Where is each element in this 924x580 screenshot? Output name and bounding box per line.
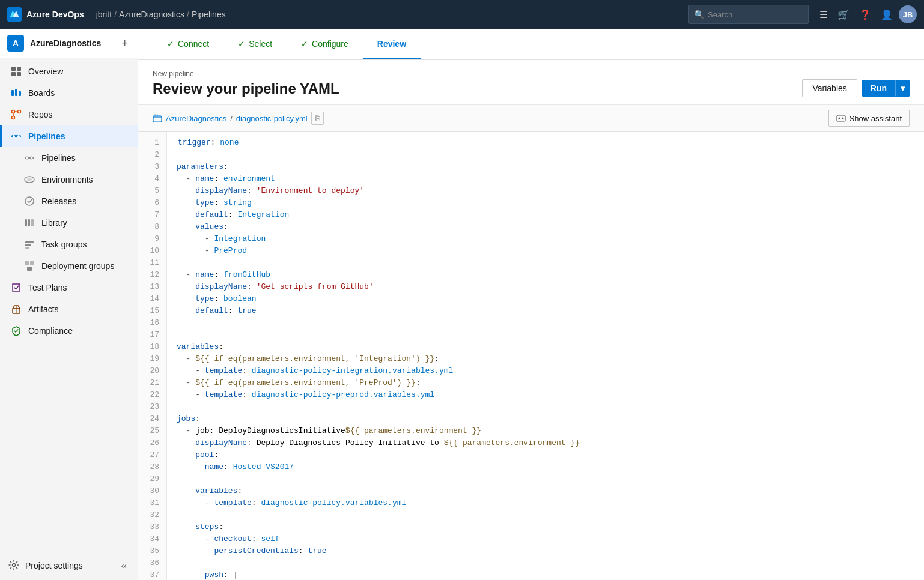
line-number: 26 [138,437,166,449]
app-name: Azure DevOps [26,10,84,19]
svg-rect-23 [28,219,30,226]
line-number: 33 [138,521,166,533]
line-number: 22 [138,389,166,401]
line-number: 23 [138,401,166,413]
svg-point-17 [26,157,28,159]
repos-icon [10,109,22,120]
check-icon: ✓ [301,39,308,49]
code-line[interactable]: displayName: 'Get scripts from GitHub' [177,281,924,293]
wizard-step-review[interactable]: Review [363,29,421,59]
run-button[interactable]: Run [862,80,896,97]
code-line[interactable] [177,317,924,329]
breadcrumb-org[interactable]: AzureDiagnostics [119,10,184,19]
code-line[interactable]: - job: DeployDiagnosticsInitiative${{ pa… [177,425,924,437]
code-line[interactable] [177,401,924,413]
add-project-button[interactable]: + [119,36,130,51]
sidebar-item-artifacts[interactable]: Artifacts [0,298,138,320]
sidebar-item-label: Task groups [41,240,87,249]
svg-point-34 [13,563,16,566]
code-line[interactable]: steps: [177,521,924,533]
code-area: AzureDiagnostics / diagnostic-policy.yml… [138,105,924,580]
code-line[interactable]: - name: environment [177,173,924,185]
code-line[interactable]: displayName: 'Environment to deploy' [177,185,924,197]
breadcrumb-user[interactable]: jbritt [96,10,112,19]
test-plans-icon [10,282,22,293]
overview-icon [10,66,22,77]
show-assistant-label: Show assistant [850,114,902,123]
code-line[interactable]: - checkout: self [177,533,924,545]
sidebar-item-project-settings[interactable]: Project settings ‹‹ [0,551,138,580]
sidebar-collapse-button[interactable]: ‹‹ [119,558,129,573]
svg-rect-27 [25,247,29,249]
sidebar-item-test-plans[interactable]: Test Plans [0,277,138,298]
code-line[interactable]: default: Integration [177,209,924,221]
wizard-step-configure[interactable]: ✓ Configure [287,29,363,59]
line-number: 20 [138,365,166,377]
code-line[interactable]: variables: [177,485,924,497]
code-file-header: AzureDiagnostics / diagnostic-policy.yml… [138,105,924,132]
code-line[interactable]: - ${{ if eq(parameters.environment, 'Pre… [177,377,924,389]
search-input[interactable] [708,10,803,19]
sidebar-footer: Project settings ‹‹ [0,551,138,580]
help-icon-btn[interactable]: ❓ [856,5,875,24]
code-line[interactable]: - template: diagnostic-policy-integratio… [177,365,924,377]
search-box[interactable]: 🔍 [688,5,809,24]
code-line[interactable]: parameters: [177,161,924,173]
code-line[interactable]: pool: [177,449,924,461]
code-line[interactable] [177,557,924,569]
code-line[interactable]: persistCredentials: true [177,545,924,557]
sidebar-item-library[interactable]: Library [0,212,138,234]
code-line[interactable] [177,329,924,341]
code-line[interactable]: values: [177,221,924,233]
code-line[interactable]: - Integration [177,233,924,245]
variables-button[interactable]: Variables [802,79,857,97]
line-number: 36 [138,557,166,569]
code-line[interactable] [177,509,924,521]
sidebar-item-compliance[interactable]: Compliance [0,320,138,342]
code-line[interactable]: - template: diagnostic-policy-preprod.va… [177,389,924,401]
code-line[interactable]: - template: diagnostic-policy.variables.… [177,497,924,509]
line-number: 31 [138,497,166,509]
list-icon-btn[interactable]: ☰ [816,5,831,24]
code-line[interactable]: default: true [177,305,924,317]
sidebar-item-task-groups[interactable]: Task groups [0,234,138,255]
code-line[interactable] [177,257,924,269]
sidebar-item-environments[interactable]: Environments [0,169,138,190]
code-line[interactable]: type: string [177,197,924,209]
app-logo[interactable]: Azure DevOps [7,7,84,22]
shopping-icon-btn[interactable]: 🛒 [834,5,853,24]
avatar[interactable]: JB [899,5,917,23]
sidebar-item-pipelines[interactable]: Pipelines [0,125,138,147]
code-line[interactable]: pwsh: | [177,569,924,580]
code-line[interactable]: jobs: [177,413,924,425]
code-line[interactable] [177,149,924,161]
sidebar-item-pipelines-sub[interactable]: Pipelines [0,147,138,169]
code-line[interactable]: - PreProd [177,245,924,257]
code-line[interactable]: - ${{ if eq(parameters.environment, 'Int… [177,353,924,365]
wizard-step-select[interactable]: ✓ Select [223,29,287,59]
sidebar-item-releases[interactable]: Releases [0,190,138,212]
sidebar-item-boards[interactable]: Boards [0,82,138,104]
topbar-icons: ☰ 🛒 ❓ 👤 JB [816,5,917,24]
code-line[interactable]: displayName: Deploy Diagnostics Policy I… [177,437,924,449]
copy-path-button[interactable]: ⎘ [311,112,324,125]
code-line[interactable]: - name: fromGitHub [177,269,924,281]
code-line[interactable]: type: boolean [177,293,924,305]
sidebar-item-deployment-groups[interactable]: Deployment groups [0,255,138,277]
breadcrumb-section[interactable]: Pipelines [192,10,226,19]
svg-rect-26 [25,244,31,246]
code-lines[interactable]: trigger: none parameters: - name: enviro… [167,132,924,580]
sidebar-item-repos[interactable]: Repos [0,104,138,125]
code-line[interactable]: variables: [177,341,924,353]
code-line[interactable]: trigger: none [177,137,924,149]
svg-rect-38 [837,115,845,121]
show-assistant-button[interactable]: Show assistant [828,110,910,127]
code-line[interactable]: name: Hosted VS2017 [177,461,924,473]
code-line[interactable] [177,473,924,485]
sidebar-item-overview[interactable]: Overview [0,61,138,82]
run-dropdown-button[interactable]: ▾ [896,80,910,97]
line-number: 1 [138,137,166,149]
line-number: 19 [138,353,166,365]
user-icon-btn[interactable]: 👤 [877,5,896,24]
wizard-step-connect[interactable]: ✓ Connect [153,29,223,59]
